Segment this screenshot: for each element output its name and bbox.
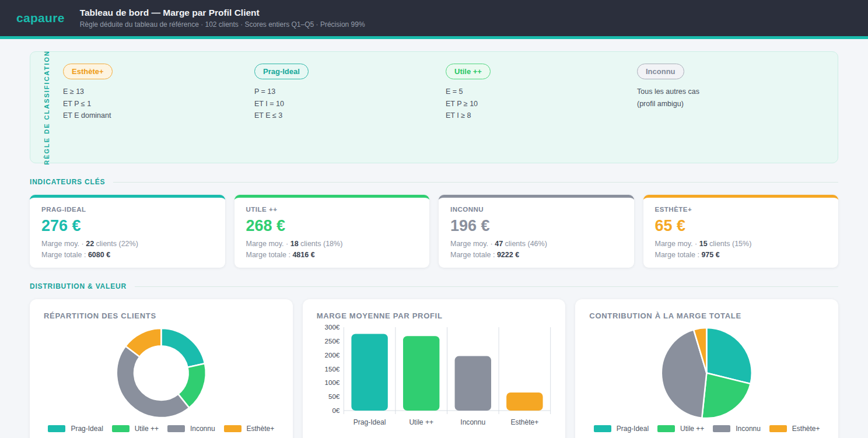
brand-logo[interactable]: capaure [16, 11, 65, 25]
kpi-total-value: 975 € [701, 251, 719, 259]
page-subtitle: Règle déduite du tableau de référence · … [80, 20, 365, 29]
kpi-total-line: Marge totale : 9222 € [450, 251, 622, 259]
legend-item[interactable]: Utile ++ [657, 425, 704, 433]
y-tick-label: 150€ [324, 366, 340, 373]
chart-card-margin-contribution: CONTRIBUTION À LA MARGE TOTALE Prag-Idea… [575, 299, 838, 438]
legend-item[interactable]: Inconnu [713, 425, 761, 433]
rule-text: E = 5 [446, 87, 637, 96]
profile-badge: Esthète+ [63, 64, 113, 79]
pie-slice [117, 346, 189, 418]
x-category-label: Inconnu [460, 418, 485, 426]
rule-text: E ≥ 13 [63, 87, 254, 96]
rule-lines: P = 13ET I = 10ET E ≤ 3 [254, 87, 446, 120]
kpi-clients-line: Marge moy. · 15 clients (15%) [655, 240, 827, 248]
chart-legend: Prag-IdealUtile ++InconnuEsthète+ [589, 425, 824, 433]
legend-swatch [657, 425, 675, 432]
y-tick-label: 300€ [324, 324, 340, 331]
rule-column: Utile ++E = 5ET P ≥ 10ET I ≥ 8 [446, 64, 637, 163]
pie-slice [161, 328, 205, 367]
legend-item[interactable]: Prag-Ideal [594, 425, 649, 433]
bar-segment [454, 356, 491, 411]
y-tick-label: 250€ [324, 338, 340, 345]
bar-segment [403, 336, 439, 411]
rule-text: ET I = 10 [254, 100, 446, 108]
rule-text: P = 13 [254, 87, 446, 96]
kpi-grid: PRAG-IDEAL276 €Marge moy. · 22 clients (… [30, 195, 838, 268]
legend-label: Esthète+ [247, 425, 275, 433]
rules-grid: Esthète+E ≥ 13ET P ≤ 1ET E dominantPrag-… [63, 52, 838, 163]
kpi-total-label: Marge totale : [41, 251, 86, 259]
kpi-card-gray: INCONNU196 €Marge moy. · 47 clients (46%… [439, 195, 634, 268]
legend-label: Prag-Ideal [71, 425, 103, 433]
bar-segment [506, 393, 542, 411]
kpi-clients-count: 15 [699, 240, 708, 248]
kpi-label: ESTHÈTE+ [655, 206, 827, 213]
rule-text: ET E dominant [63, 111, 254, 120]
rule-lines: Tous les autres cas(profil ambigu) [637, 87, 828, 108]
x-category-label: Utile ++ [409, 418, 433, 426]
profile-badge: Utile ++ [446, 64, 491, 79]
rules-side-label-wrap: RÈGLE DE CLASSIFICATION [30, 52, 63, 163]
kpi-clients-count: 18 [290, 240, 299, 248]
x-category-label: Prag-Ideal [353, 418, 386, 426]
bar-segment [351, 334, 387, 411]
kpi-total-line: Marge totale : 6080 € [41, 251, 214, 259]
y-tick-label: 100€ [324, 379, 340, 386]
kpi-clients-suffix: clients (46%) [505, 240, 547, 248]
header-text: Tableau de bord — Marge par Profil Clien… [80, 8, 365, 29]
legend-label: Utile ++ [135, 425, 159, 433]
legend-label: Prag-Ideal [617, 425, 649, 433]
kpi-clients-line: Marge moy. · 22 clients (22%) [41, 240, 214, 248]
kpi-total-value: 9222 € [497, 251, 519, 259]
x-category-label: Esthète+ [510, 418, 538, 426]
kpi-value: 65 € [655, 217, 827, 235]
kpi-clients-line: Marge moy. · 47 clients (46%) [450, 240, 622, 248]
rule-text: ET E ≤ 3 [254, 111, 446, 120]
kpi-clients-count: 22 [86, 240, 94, 248]
kpi-clients-count: 47 [495, 240, 503, 248]
kpi-value: 268 € [246, 217, 418, 235]
rule-text: Tous les autres cas [637, 87, 828, 96]
legend-item[interactable]: Esthète+ [224, 425, 275, 433]
app-header: capaure Tableau de bord — Marge par Prof… [0, 0, 868, 36]
legend-item[interactable]: Inconnu [167, 425, 215, 433]
kpi-clients-line: Marge moy. · 18 clients (18%) [246, 240, 418, 248]
section-label-distribution: DISTRIBUTION & VALEUR [30, 282, 127, 290]
pie-chart-container [589, 323, 824, 423]
kpi-clients-suffix: clients (18%) [300, 240, 342, 248]
chart-title: MARGE MOYENNE PAR PROFIL [317, 311, 552, 320]
kpi-card-teal: PRAG-IDEAL276 €Marge moy. · 22 clients (… [30, 195, 225, 268]
section-head-distribution: DISTRIBUTION & VALEUR [30, 282, 838, 290]
section-divider-line [135, 286, 838, 287]
dashboard-root: capaure Tableau de bord — Marge par Prof… [0, 0, 868, 438]
chart-legend: Prag-IdealUtile ++InconnuEsthète+ [44, 425, 279, 433]
legend-swatch [713, 425, 730, 432]
kpi-value: 276 € [41, 217, 214, 235]
kpi-clients-suffix: clients (15%) [709, 240, 751, 248]
legend-item[interactable]: Utile ++ [112, 425, 159, 433]
section-divider-line [113, 182, 838, 183]
section-label-kpis: INDICATEURS CLÉS [30, 178, 105, 186]
kpi-card-green: UTILE ++268 €Marge moy. · 18 clients (18… [235, 195, 430, 268]
legend-swatch [769, 425, 787, 432]
legend-label: Esthète+ [792, 425, 820, 433]
main-content: RÈGLE DE CLASSIFICATION Esthète+E ≥ 13ET… [0, 39, 868, 438]
legend-swatch [167, 425, 185, 432]
legend-item[interactable]: Prag-Ideal [48, 425, 103, 433]
rule-text: ET P ≥ 10 [446, 100, 637, 108]
kpi-label: PRAG-IDEAL [41, 206, 214, 213]
kpi-total-label: Marge totale : [450, 251, 495, 259]
kpi-clients-suffix: clients (22%) [96, 240, 138, 248]
rule-column: InconnuTous les autres cas(profil ambigu… [637, 64, 828, 163]
kpi-label: INCONNU [450, 206, 622, 213]
profile-badge: Prag-Ideal [254, 64, 309, 79]
charts-grid: RÉPARTITION DES CLIENTS Prag-IdealUtile … [30, 299, 838, 438]
rule-text: (profil ambigu) [637, 100, 828, 108]
legend-item[interactable]: Esthète+ [769, 425, 820, 433]
rule-lines: E = 5ET P ≥ 10ET I ≥ 8 [446, 87, 637, 120]
rule-text: ET I ≥ 8 [446, 111, 637, 120]
kpi-total-line: Marge totale : 4816 € [246, 251, 418, 259]
kpi-avg-label: Marge moy. · [450, 240, 493, 248]
kpi-label: UTILE ++ [246, 206, 418, 213]
profile-badge: Inconnu [637, 64, 684, 79]
